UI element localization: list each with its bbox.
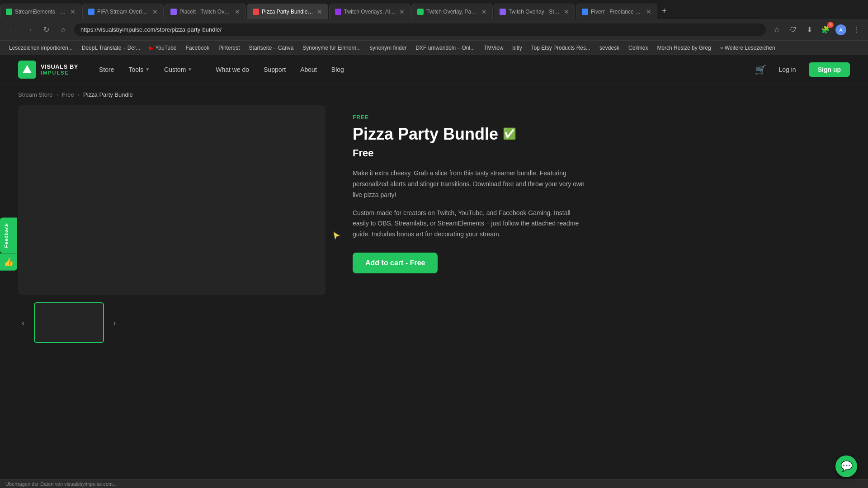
tab-close-6[interactable]: ✕: [481, 8, 487, 15]
thumbnail-1[interactable]: [34, 302, 104, 343]
page-content: VISUALS BY IMPULSE Store Tools ▼ Custom …: [0, 55, 868, 479]
download-button[interactable]: ⬇: [803, 23, 816, 36]
bookmark-label: sevdesk: [599, 45, 619, 51]
product-description-1: Make it extra cheesy. Grab a slice from …: [353, 168, 588, 200]
bookmark-label: Startseite – Canva: [249, 45, 294, 51]
breadcrumb-sep-2: ›: [78, 91, 80, 98]
tab-label-6: Twitch Overlay, Panels and Y...: [426, 9, 479, 15]
tab-label-1: StreamElements - Themes g...: [15, 9, 67, 15]
nav-custom[interactable]: Custom ▼: [158, 62, 198, 77]
nav-what-we-do[interactable]: What we do: [209, 62, 255, 77]
tab-label-4: Pizza Party Bundle - Free Ale...: [262, 9, 314, 15]
bookmark-etsy[interactable]: Top Etsy Products Res...: [528, 44, 594, 52]
tab-label-5: Twitch Overlays, Alerts and ...: [344, 9, 396, 15]
nav-about[interactable]: About: [294, 62, 323, 77]
bookmark-label: synonym finder: [370, 45, 406, 51]
tab-favicon-8: [582, 9, 588, 15]
bookmark-label: » Weitere Lesezeichen: [720, 45, 775, 51]
nav-store[interactable]: Store: [93, 62, 120, 77]
bookmark-sevdesk[interactable]: sevdesk: [596, 44, 623, 52]
cart-button[interactable]: 🛒: [755, 64, 766, 75]
nav-blog[interactable]: Blog: [325, 62, 350, 77]
bookmark-deepl[interactable]: DeepL Translate – Der...: [78, 44, 144, 52]
bookmark-label: DeepL Translate – Der...: [82, 45, 141, 51]
bookmark-facebook[interactable]: Facebook: [182, 44, 213, 52]
nav-tools[interactable]: Tools ▼: [122, 62, 156, 77]
back-button[interactable]: ←: [5, 23, 18, 36]
breadcrumb-current: Pizza Party Bundle: [83, 91, 133, 98]
breadcrumb-store[interactable]: Stream Store: [18, 91, 53, 98]
feedback-tab[interactable]: Feedback: [0, 218, 17, 253]
product-title: Pizza Party Bundle ✅: [353, 124, 588, 144]
home-button[interactable]: ⌂: [57, 23, 70, 36]
site-actions: 🛒 Log in Sign up: [755, 62, 850, 77]
bookmark-synonyme[interactable]: Synonyme für Einhorn...: [299, 44, 364, 52]
bookmark-synonym-finder[interactable]: synonym finder: [366, 44, 410, 52]
bookmark-collmex[interactable]: Collmex: [625, 44, 651, 52]
thumbnail-prev-button[interactable]: ‹: [18, 314, 28, 332]
bookmark-youtube[interactable]: ▶ YouTube: [146, 44, 180, 52]
reload-button[interactable]: ↻: [40, 23, 52, 36]
breadcrumb-sep-1: ›: [57, 91, 58, 98]
logo-icon: [18, 61, 36, 79]
product-price: Free: [353, 147, 588, 159]
image-placeholder: [18, 105, 326, 295]
tab-close-5[interactable]: ✕: [399, 8, 405, 15]
forward-button[interactable]: →: [23, 23, 35, 36]
menu-button[interactable]: ⋮: [850, 23, 863, 36]
profile-avatar[interactable]: A: [835, 24, 846, 35]
tab-label-7: Twitch Overlay - Stream Ove...: [509, 9, 561, 15]
main-content: ‹ › FREE Pizza Party Bundle ✅ Free Make …: [0, 105, 868, 479]
nav-support[interactable]: Support: [257, 62, 292, 77]
address-input[interactable]: [74, 23, 766, 36]
tab-favicon-2: [88, 9, 94, 15]
bookmark-pinterest[interactable]: Pinterest: [215, 44, 243, 52]
chat-button[interactable]: 💬: [835, 455, 857, 477]
tab-close-3[interactable]: ✕: [235, 8, 240, 15]
tab-4[interactable]: Pizza Party Bundle - Free Ale... ✕: [247, 4, 328, 19]
tab-5[interactable]: Twitch Overlays, Alerts and ... ✕: [329, 4, 410, 19]
logo[interactable]: VISUALS BY IMPULSE: [18, 61, 78, 79]
tab-3[interactable]: Placeit - Twitch Overlay Tem... ✕: [165, 4, 246, 19]
tab-close-8[interactable]: ✕: [646, 8, 651, 15]
feedback-thumb[interactable]: 👍: [0, 253, 17, 270]
product-badge: FREE: [353, 114, 588, 121]
site-header: VISUALS BY IMPULSE Store Tools ▼ Custom …: [0, 55, 868, 84]
tab-8[interactable]: Fiverr - Freelance Services M... ✕: [576, 4, 657, 19]
tab-favicon-6: [417, 9, 424, 15]
bookmark-button[interactable]: ☆: [770, 23, 783, 36]
thumbnail-next-button[interactable]: ›: [109, 314, 120, 332]
bookmark-label: Pinterest: [218, 45, 240, 51]
bookmark-tmview[interactable]: TMView: [480, 44, 507, 52]
tab-1[interactable]: StreamElements - Themes g... ✕: [0, 4, 81, 19]
signup-button[interactable]: Sign up: [809, 62, 850, 77]
bookmark-label: YouTube: [155, 45, 176, 51]
tab-7[interactable]: Twitch Overlay - Stream Ove... ✕: [494, 4, 575, 19]
bookmark-dxf[interactable]: DXF umwandeln – Onl...: [412, 44, 478, 52]
shield-button[interactable]: 🛡: [787, 23, 799, 36]
bookmark-label: Collmex: [628, 45, 648, 51]
bookmark-label: Facebook: [186, 45, 210, 51]
tab-close-4[interactable]: ✕: [317, 8, 322, 15]
breadcrumb-free[interactable]: Free: [62, 91, 74, 98]
bookmark-merch-resize[interactable]: Merch Resize by Greg: [653, 44, 714, 52]
bookmark-label: DXF umwandeln – Onl...: [415, 45, 475, 51]
bookmark-more[interactable]: » Weitere Lesezeichen: [717, 44, 779, 52]
bookmark-bitly[interactable]: bitly: [509, 44, 525, 52]
login-button[interactable]: Log in: [772, 62, 803, 77]
bookmark-lesezeichen[interactable]: Lesezeichen importieren...: [5, 44, 76, 52]
tab-close-1[interactable]: ✕: [70, 8, 75, 15]
tab-favicon-5: [335, 9, 341, 15]
bookmark-canva[interactable]: Startseite – Canva: [245, 44, 297, 52]
tab-6[interactable]: Twitch Overlay, Panels and Y... ✕: [411, 4, 493, 19]
extensions-badge: 🧩 3: [819, 23, 832, 36]
tab-2[interactable]: FIFA Stream Overlay for free... ✕: [82, 4, 164, 19]
tab-close-2[interactable]: ✕: [152, 8, 158, 15]
new-tab-button[interactable]: +: [658, 6, 670, 16]
tab-close-7[interactable]: ✕: [564, 8, 569, 15]
logo-text: VISUALS BY IMPULSE: [41, 63, 78, 75]
browser-icons: ☆ 🛡 ⬇ 🧩 3 A ⋮: [770, 23, 863, 36]
add-to-cart-button[interactable]: Add to cart - Free: [353, 253, 438, 273]
tab-bar: StreamElements - Themes g... ✕ FIFA Stre…: [0, 0, 868, 19]
thumbnails-row: ‹ ›: [18, 302, 326, 343]
